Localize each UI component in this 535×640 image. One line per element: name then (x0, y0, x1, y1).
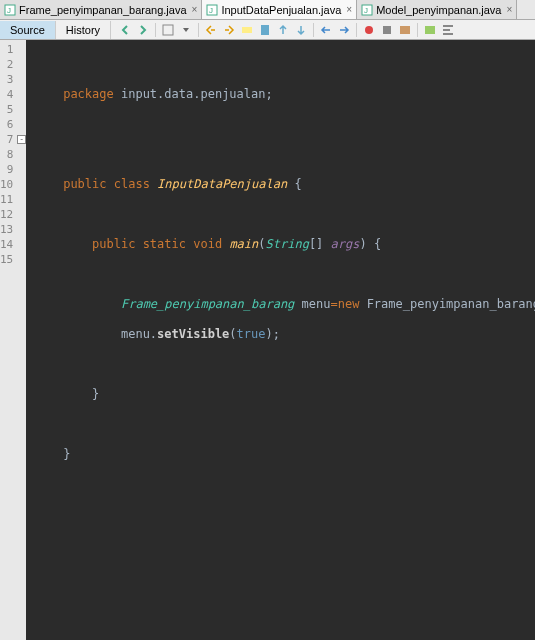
line-number: 6 (0, 117, 13, 132)
comment-icon[interactable] (397, 22, 413, 38)
next-bookmark-icon[interactable] (293, 22, 309, 38)
close-icon[interactable]: × (346, 4, 352, 15)
line-number: 1 (0, 42, 13, 57)
fold-toggle-icon[interactable]: - (17, 135, 26, 144)
nav-forward-icon[interactable] (135, 22, 151, 38)
subtab-source[interactable]: Source (0, 21, 56, 39)
code-area[interactable]: package input.data.penjualan; public cla… (26, 40, 535, 640)
svg-rect-12 (425, 26, 435, 34)
editor-tabs: J Frame_penyimpanan_barang.java × J Inpu… (0, 0, 535, 20)
line-number: 5 (0, 102, 13, 117)
line-number: 13 (0, 222, 13, 237)
svg-point-9 (365, 26, 373, 34)
format-icon[interactable] (440, 22, 456, 38)
svg-rect-6 (163, 25, 173, 35)
find-next-icon[interactable] (221, 22, 237, 38)
subtab-history[interactable]: History (56, 21, 111, 39)
svg-text:J: J (364, 6, 368, 15)
tab-label: Frame_penyimpanan_barang.java (19, 4, 187, 16)
close-icon[interactable]: × (507, 4, 513, 15)
code-editor[interactable]: 1 2 3 4 5 6 7 8 9 10 11 12 13 14 15 - pa… (0, 40, 535, 640)
tab-frame-penyimpanan[interactable]: J Frame_penyimpanan_barang.java × (0, 0, 202, 19)
shift-left-icon[interactable] (318, 22, 334, 38)
uncomment-icon[interactable] (422, 22, 438, 38)
line-number: 3 (0, 72, 13, 87)
tab-label: Model_penyimpanan.java (376, 4, 501, 16)
tab-model-penyimpanan[interactable]: J Model_penyimpanan.java × (357, 0, 517, 19)
editor-subtabs: Source History (0, 20, 535, 40)
line-gutter: 1 2 3 4 5 6 7 8 9 10 11 12 13 14 15 (0, 40, 17, 640)
macro-stop-icon[interactable] (379, 22, 395, 38)
shift-right-icon[interactable] (336, 22, 352, 38)
svg-rect-11 (400, 26, 410, 34)
java-icon: J (4, 4, 16, 16)
editor-toolbar (111, 22, 456, 38)
line-number: 15 (0, 252, 13, 267)
line-number: 4 (0, 87, 13, 102)
close-icon[interactable]: × (192, 4, 198, 15)
line-number: 7 (0, 132, 13, 147)
svg-rect-15 (443, 33, 453, 35)
line-number: 9 (0, 162, 13, 177)
prev-bookmark-icon[interactable] (275, 22, 291, 38)
svg-rect-14 (443, 29, 450, 31)
svg-rect-7 (242, 27, 252, 33)
line-number: 8 (0, 147, 13, 162)
dropdown-icon[interactable] (178, 22, 194, 38)
svg-text:J: J (209, 6, 213, 15)
line-number: 14 (0, 237, 13, 252)
line-number: 2 (0, 57, 13, 72)
selection-icon[interactable] (160, 22, 176, 38)
svg-rect-13 (443, 25, 453, 27)
line-number: 10 (0, 177, 13, 192)
tab-input-data-penjualan[interactable]: J InputDataPenjualan.java × (202, 0, 357, 19)
java-icon: J (361, 4, 373, 16)
toggle-bookmark-icon[interactable] (257, 22, 273, 38)
svg-rect-8 (261, 25, 269, 35)
macro-record-icon[interactable] (361, 22, 377, 38)
java-icon: J (206, 4, 218, 16)
line-number: 12 (0, 207, 13, 222)
svg-rect-10 (383, 26, 391, 34)
tab-label: InputDataPenjualan.java (221, 4, 341, 16)
svg-text:J: J (7, 6, 11, 15)
fold-column: - (17, 40, 26, 640)
line-number: 11 (0, 192, 13, 207)
nav-back-icon[interactable] (117, 22, 133, 38)
highlight-icon[interactable] (239, 22, 255, 38)
find-prev-icon[interactable] (203, 22, 219, 38)
